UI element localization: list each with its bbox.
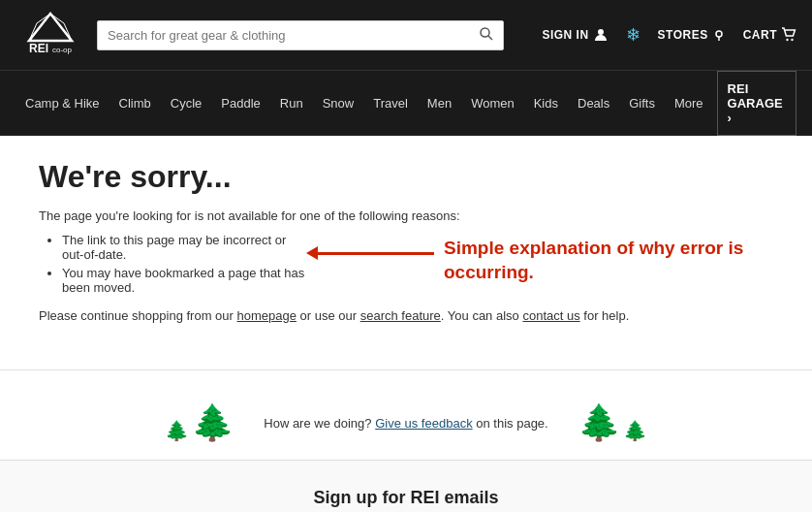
- svg-point-10: [791, 39, 793, 41]
- error-subtitle: The page you're looking for is not avail…: [39, 208, 773, 223]
- error-title: We're sorry...: [39, 159, 773, 195]
- nav-item-women[interactable]: Women: [461, 86, 524, 120]
- logo[interactable]: REI co-op: [16, 10, 85, 60]
- annotation-text: Simple explanation of why error is occur…: [444, 237, 773, 284]
- nav-item-camp-hike[interactable]: Camp & Hike: [16, 86, 109, 120]
- error-annotation: Simple explanation of why error is occur…: [306, 237, 773, 284]
- arrow-head-icon: [306, 246, 318, 260]
- header-top: REI co-op SIGN IN ❄ STORES CART: [0, 0, 812, 70]
- nav-item-travel[interactable]: Travel: [363, 86, 418, 120]
- svg-line-6: [488, 36, 492, 40]
- left-tree-group: 🌲 🌲: [165, 405, 234, 440]
- feedback-section: 🌲 🌲 How are we doing? Give us feedback o…: [0, 378, 812, 460]
- tree-icon-left-large: 🌲: [191, 405, 234, 440]
- error-continue-text: Please continue shopping from our homepa…: [39, 308, 773, 323]
- svg-point-7: [598, 29, 604, 35]
- svg-text:REI: REI: [29, 42, 48, 55]
- search-link[interactable]: search feature: [360, 308, 441, 323]
- nav-item-men[interactable]: Men: [418, 86, 461, 120]
- svg-text:co-op: co-op: [52, 46, 73, 54]
- email-signup-section: Sign up for REI emails Co-op offers, eve…: [0, 461, 812, 512]
- divider-1: [0, 369, 812, 370]
- main-content: We're sorry... The page you're looking f…: [0, 136, 812, 362]
- nav-item-snow[interactable]: Snow: [313, 86, 364, 120]
- svg-rect-0: [16, 10, 85, 60]
- error-reason-1: The link to this page may be incorrect o…: [62, 233, 306, 262]
- search-input[interactable]: [108, 28, 480, 43]
- nav-item-deals[interactable]: Deals: [568, 86, 619, 120]
- stores-link[interactable]: STORES: [658, 28, 726, 42]
- snowflake-icon: ❄: [626, 24, 640, 46]
- sign-in-link[interactable]: SIGN IN: [542, 27, 608, 43]
- nav-item-gifts[interactable]: Gifts: [619, 86, 665, 120]
- contact-link[interactable]: contact us: [522, 308, 579, 323]
- svg-point-9: [786, 39, 788, 41]
- tree-icon-right-small: 🌲: [623, 421, 647, 440]
- tree-icon-left-small: 🌲: [165, 421, 189, 440]
- nav-item-more[interactable]: More: [665, 86, 713, 120]
- error-reason-2: You may have bookmarked a page that has …: [62, 266, 306, 295]
- homepage-link[interactable]: homepage: [237, 308, 297, 323]
- search-button[interactable]: [480, 27, 493, 44]
- nav-item-garage[interactable]: REI GARAGE ›: [717, 71, 796, 136]
- nav-bar: Camp & Hike Climb Cycle Paddle Run Snow …: [0, 70, 812, 136]
- nav-item-paddle[interactable]: Paddle: [211, 86, 269, 120]
- nav-item-cycle[interactable]: Cycle: [161, 86, 212, 120]
- header-actions: SIGN IN ❄ STORES CART: [542, 24, 796, 46]
- arrow-line: [318, 252, 434, 255]
- right-tree-group: 🌲 🌲: [578, 405, 647, 440]
- svg-point-8: [716, 31, 722, 37]
- nav-item-climb[interactable]: Climb: [109, 86, 161, 120]
- nav-item-run[interactable]: Run: [270, 86, 313, 120]
- search-bar[interactable]: [97, 20, 504, 50]
- nav-item-kids[interactable]: Kids: [524, 86, 568, 120]
- feedback-link[interactable]: Give us feedback: [375, 416, 472, 431]
- tree-icon-right-large: 🌲: [578, 405, 621, 440]
- svg-point-5: [481, 28, 489, 37]
- error-reasons-list: The link to this page may be incorrect o…: [62, 233, 306, 295]
- cart-link[interactable]: CART: [743, 27, 796, 43]
- email-signup-title: Sign up for REI emails: [39, 488, 773, 508]
- feedback-text: How are we doing? Give us feedback on th…: [264, 416, 547, 431]
